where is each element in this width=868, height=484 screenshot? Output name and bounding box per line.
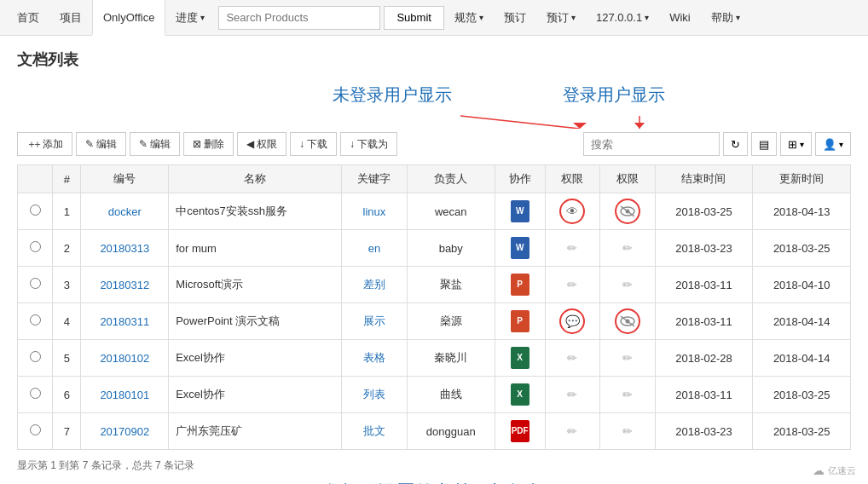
cell-perm2-4[interactable]	[600, 303, 656, 340]
cell-perm1-1[interactable]: 👁	[545, 193, 600, 230]
nav-progress[interactable]: 进度 ▾	[165, 0, 215, 36]
search-input[interactable]	[218, 6, 380, 30]
cell-number-4[interactable]: 20180311	[81, 303, 169, 340]
page-content: 文档列表 未登录用户显示 登录用户显示 ＋ ＋添加 ✎ 编辑 ✎ 编辑 ⊠	[0, 36, 868, 484]
edit-icon[interactable]: ✏	[559, 272, 585, 297]
eye-icon[interactable]: 👁	[559, 199, 585, 224]
nav-help[interactable]: 帮助 ▾	[701, 0, 750, 36]
cell-end-2: 2018-03-23	[655, 230, 753, 267]
cell-perm1-7[interactable]: ✏	[545, 413, 600, 450]
delete-button[interactable]: ⊠ 删除	[183, 132, 234, 156]
cell-perm2-7[interactable]: ✏	[600, 413, 656, 450]
nav-ip[interactable]: 127.0.0.1 ▾	[586, 0, 659, 36]
eye-slash-icon[interactable]	[615, 199, 640, 224]
row-radio-7[interactable]	[30, 424, 41, 435]
comment-icon[interactable]: 💬	[559, 308, 585, 334]
nav-onlyoffice[interactable]: OnlyOffice	[92, 0, 165, 36]
row-radio-4[interactable]	[30, 314, 41, 326]
cell-end-3: 2018-03-11	[655, 267, 753, 303]
download-button[interactable]: ↓ 下载	[290, 132, 337, 156]
edit-icon[interactable]: ✏	[615, 235, 640, 261]
row-radio-2[interactable]	[30, 241, 41, 252]
cell-number-5[interactable]: 20180102	[81, 340, 169, 377]
cell-keyword-7[interactable]: 批文	[342, 413, 408, 450]
cell-keyword-3[interactable]: 差别	[342, 267, 408, 303]
edit-icon[interactable]: ✏	[615, 345, 640, 371]
edit-button-1[interactable]: ✎ 编辑	[76, 132, 126, 156]
col-keyword: 关键字	[342, 165, 408, 193]
edit-icon[interactable]: ✏	[615, 272, 640, 297]
row-radio-1[interactable]	[30, 205, 41, 216]
top-navigation: 首页 项目 OnlyOffice 进度 ▾ Submit 规范 ▾ 预订 预订 …	[0, 0, 868, 36]
cell-update-6: 2018-03-25	[753, 377, 851, 413]
cell-number-2[interactable]: 20180313	[81, 230, 169, 267]
edit-icon[interactable]: ✏	[559, 418, 585, 444]
table-search-input[interactable]	[583, 132, 720, 156]
cell-perm1-3[interactable]: ✏	[545, 267, 600, 303]
cell-keyword-6[interactable]: 列表	[342, 377, 408, 413]
cell-perm2-6[interactable]: ✏	[600, 377, 656, 413]
cell-owner-2: baby	[407, 230, 495, 267]
edit-icon[interactable]: ✏	[559, 235, 585, 261]
cell-perm1-4[interactable]: 💬	[545, 303, 600, 340]
cell-owner-1: wecan	[407, 193, 495, 230]
table-row: 1 docker 中centos7安装ssh服务 linux wecan W 👁…	[18, 193, 851, 230]
row-radio-6[interactable]	[30, 388, 41, 399]
cell-keyword-5[interactable]: 表格	[342, 340, 408, 377]
cell-id-4: 4	[53, 303, 81, 340]
annotations-row: 未登录用户显示 登录用户显示	[17, 82, 851, 129]
row-radio-3[interactable]	[30, 278, 41, 289]
cell-id-7: 7	[53, 413, 81, 450]
nav-project[interactable]: 项目	[49, 0, 92, 36]
cell-collab-4: P	[495, 303, 545, 340]
grid-view-button[interactable]: ⊞ ▾	[780, 132, 812, 156]
cell-perm1-6[interactable]: ✏	[545, 377, 600, 413]
cell-number-3[interactable]: 20180312	[81, 267, 169, 303]
cell-owner-7: dongguan	[407, 413, 495, 450]
nav-wiki[interactable]: Wiki	[659, 0, 701, 36]
col-id: #	[53, 165, 81, 193]
cell-collab-2: W	[495, 230, 545, 267]
user-icon-button[interactable]: 👤 ▾	[815, 132, 851, 156]
list-view-button[interactable]: ▤	[751, 132, 777, 156]
edit-icon[interactable]: ✏	[615, 382, 640, 407]
edit-button-2[interactable]: ✎ 编辑	[130, 132, 180, 156]
cell-keyword-1[interactable]: linux	[342, 193, 408, 230]
refresh-button[interactable]: ↻	[723, 132, 748, 156]
cell-collab-5: X	[495, 340, 545, 377]
cell-perm2-2[interactable]: ✏	[600, 230, 656, 267]
submit-button[interactable]: Submit	[384, 6, 443, 30]
cell-number-6[interactable]: 20180101	[81, 377, 169, 413]
nav-home[interactable]: 首页	[7, 0, 49, 36]
edit-icon[interactable]: ✏	[559, 345, 585, 371]
add-button[interactable]: ＋ ＋添加	[17, 132, 72, 156]
status-bar: 显示第 1 到第 7 条记录，总共 7 条记录	[17, 458, 851, 473]
col-name: 名称	[169, 165, 342, 193]
cell-update-3: 2018-04-10	[753, 267, 851, 303]
edit-icon[interactable]: ✏	[615, 418, 640, 444]
nav-prebook[interactable]: 预订	[494, 0, 536, 36]
cell-perm1-5[interactable]: ✏	[545, 340, 600, 377]
cell-perm2-3[interactable]: ✏	[600, 267, 656, 303]
download-as-button[interactable]: ↓ 下载为	[340, 132, 397, 156]
cell-keyword-4[interactable]: 展示	[342, 303, 408, 340]
cell-perm1-2[interactable]: ✏	[545, 230, 600, 267]
cell-number-7[interactable]: 20170902	[81, 413, 169, 450]
cell-number-1[interactable]: docker	[81, 193, 169, 230]
cell-perm2-5[interactable]: ✏	[600, 340, 656, 377]
col-update-date: 更新时间	[753, 165, 851, 193]
cell-keyword-2[interactable]: en	[342, 230, 408, 267]
permission-button[interactable]: ◀ 权限	[237, 132, 286, 156]
annotation-logged-in: 登录用户显示	[563, 84, 665, 107]
col-owner: 负责人	[407, 165, 495, 193]
annotation-not-logged-in: 未登录用户显示	[333, 84, 452, 107]
cell-perm2-1[interactable]	[600, 193, 656, 230]
row-radio-5[interactable]	[30, 351, 41, 362]
chevron-down-icon: ▾	[800, 140, 804, 149]
col-end-date: 结束时间	[655, 165, 753, 193]
nav-rules[interactable]: 规范 ▾	[444, 0, 494, 36]
nav-prebook2[interactable]: 预订 ▾	[536, 0, 586, 36]
edit-icon[interactable]: ✏	[559, 382, 585, 407]
eye-slash-icon[interactable]	[615, 308, 640, 334]
cell-update-7: 2018-03-25	[753, 413, 851, 450]
